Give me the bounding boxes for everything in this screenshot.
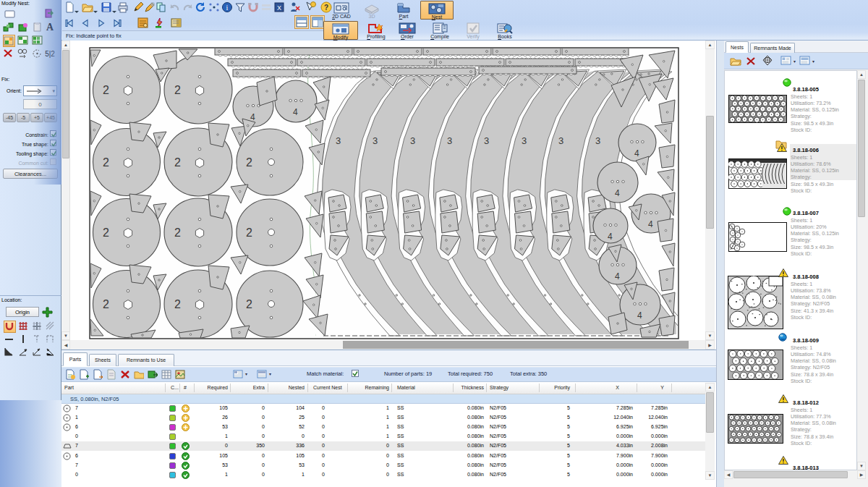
- svg-text:4: 4: [293, 107, 298, 117]
- svg-text:4: 4: [637, 310, 642, 321]
- svg-text:4: 4: [615, 188, 620, 198]
- svg-text:2: 2: [103, 298, 109, 310]
- svg-text:X: X: [277, 4, 281, 12]
- svg-text:2: 2: [103, 84, 109, 96]
- svg-text:3: 3: [484, 135, 489, 146]
- svg-text:4: 4: [634, 148, 639, 158]
- svg-text:2: 2: [174, 84, 181, 96]
- svg-text:2: 2: [103, 226, 109, 239]
- svg-text:i: i: [226, 4, 229, 12]
- svg-text:2: 2: [103, 156, 109, 169]
- svg-text:3: 3: [373, 135, 378, 146]
- svg-text:2: 2: [174, 156, 181, 169]
- svg-text:2: 2: [246, 298, 252, 310]
- svg-text:3: 3: [558, 135, 563, 146]
- svg-text:3: 3: [336, 135, 341, 146]
- svg-text:4: 4: [615, 271, 620, 281]
- svg-text:3: 3: [410, 135, 415, 146]
- svg-text:3: 3: [595, 135, 600, 146]
- svg-text:3: 3: [522, 135, 527, 146]
- svg-text:2: 2: [246, 226, 252, 239]
- svg-text:3: 3: [447, 135, 452, 146]
- svg-text:4: 4: [648, 219, 653, 229]
- svg-text:4: 4: [608, 232, 613, 242]
- svg-text:2: 2: [174, 298, 181, 310]
- svg-text:2: 2: [174, 226, 181, 239]
- svg-text:2: 2: [246, 156, 252, 169]
